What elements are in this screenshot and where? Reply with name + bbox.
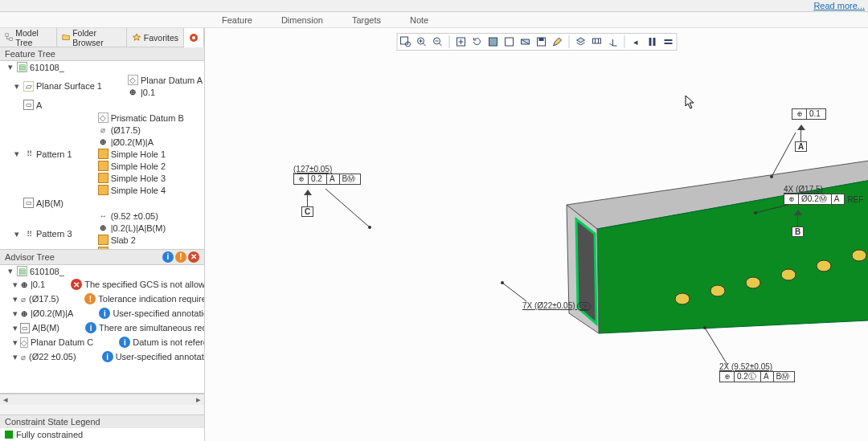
wire-icon[interactable] — [502, 35, 515, 48]
tree-item[interactable]: ▾⌀(Ø17.5)!Tolerance indication required … — [13, 292, 204, 306]
scroll-left-icon[interactable]: ◂ — [0, 394, 11, 405]
tree-item[interactable]: iUser-specified annotation properties ig… — [88, 307, 204, 320]
tab-dimension[interactable]: Dimension — [276, 14, 328, 27]
tab-folder-browser[interactable]: Folder Browser — [57, 28, 127, 47]
tab-targets[interactable]: Targets — [347, 14, 386, 27]
tree-root[interactable]: ▾ ▤ 610108_ — [6, 265, 204, 277]
datum-triangle-icon — [794, 210, 802, 215]
tree-item[interactable]: ✕The specified GCS is not allowed — [60, 278, 204, 291]
edit-icon[interactable] — [551, 35, 563, 48]
expand-icon[interactable]: ▾ — [6, 266, 14, 276]
datum-icon: ◇ — [98, 112, 108, 123]
dim-icon: ⌀ — [20, 294, 27, 304]
expand-icon[interactable]: ▾ — [13, 337, 18, 348]
feature-tree[interactable]: ▾ ▤ 610108_ ▾▱Planar Surface 1◇Planar Da… — [0, 61, 204, 250]
tree-item[interactable]: iUser-specified annotation properties ig… — [92, 350, 204, 363]
tree-item[interactable]: ▾◇Planar Datum CiDatum is not referenced — [13, 335, 204, 349]
refit-icon[interactable] — [454, 35, 467, 48]
tree-item[interactable]: ▾⠿Pattern 1◇Prismatic Datum B⌀(Ø17.5)⊕|Ø… — [13, 111, 204, 197]
tab-favorites[interactable]: Favorites — [127, 28, 184, 47]
tree-item-label: Tolerance indication required for refere… — [98, 294, 204, 304]
advisor-tree[interactable]: ▾ ▤ 610108_ ▾⊕|0.1✕The specified GCS is … — [0, 265, 204, 394]
expand-icon[interactable]: ▾ — [13, 294, 18, 304]
tree-item[interactable]: Simple Hole 4 — [88, 184, 184, 196]
tree-item[interactable]: Slab 2 — [88, 234, 166, 246]
tree-item[interactable]: Simple Hole 3 — [88, 172, 184, 184]
advisor-error-icon[interactable]: ✕ — [188, 251, 199, 263]
datum-icon: ◇ — [128, 75, 138, 85]
tree-item[interactable]: ◇Prismatic Datum B — [88, 112, 184, 124]
tree-item[interactable]: ◇Planar Datum A — [117, 74, 203, 86]
tab-gdt[interactable] — [184, 28, 204, 47]
tree-root[interactable]: ▾ ▤ 610108_ — [6, 61, 204, 73]
tree-item-label: The specified GCS is not allowed — [84, 280, 204, 289]
err-icon: ✕ — [71, 279, 82, 290]
tree-item-label: Simple Hole 2 — [111, 161, 166, 171]
callout-4x[interactable]: 4X (Ø17.5) ⊕ Ø0.2Ⓜ A REF B — [784, 185, 863, 237]
zoom-in-icon[interactable] — [415, 35, 428, 48]
tree-item[interactable]: ⌀(Ø17.5) — [88, 124, 184, 136]
hscrollbar[interactable]: ◂ ▸ — [0, 394, 204, 405]
expand-icon[interactable]: ▾ — [13, 149, 21, 159]
gtol-icon: ⊕ — [128, 87, 138, 97]
expand-icon[interactable]: ▾ — [13, 280, 18, 290]
section-icon[interactable] — [518, 35, 531, 48]
tree-item-label: Planar Surface 1 — [36, 81, 102, 91]
callout-7x[interactable]: 7X (Ø22±0.05) CF — [522, 301, 591, 310]
expand-icon[interactable]: ▾ — [13, 352, 18, 362]
read-more-link[interactable]: Read more... — [813, 1, 865, 10]
tree-item[interactable]: ↔(9.52 ±0.05) — [88, 210, 166, 222]
expand-icon[interactable]: ▾ — [13, 229, 21, 239]
tree-item[interactable]: ⊕|Ø0.2(M)|A — [88, 136, 184, 148]
svg-point-26 — [746, 277, 760, 288]
expand-icon[interactable]: ▾ — [13, 81, 21, 92]
tree-item[interactable]: !Tolerance indication required for refer… — [74, 292, 204, 305]
tree-item[interactable]: ▾⌀(Ø22 ±0.05)iUser-specified annotation … — [13, 349, 204, 364]
advisor-warn-icon[interactable]: ! — [175, 251, 186, 263]
callout-2x[interactable]: 2X (9.52±0.05) ⊕ 0.2Ⓛ A BⓂ — [719, 362, 795, 382]
tab-model-tree[interactable]: Model Tree — [0, 28, 57, 47]
gdt-icon — [189, 33, 199, 43]
expand-icon[interactable]: ▾ — [6, 62, 14, 72]
callout-a[interactable]: ⊕0.1 A — [792, 108, 826, 152]
expand-icon[interactable]: ▾ — [13, 308, 18, 319]
tree-item[interactable]: ▭A — [13, 99, 204, 111]
viewport-3d[interactable]: ◂ — [205, 28, 868, 441]
back-icon[interactable]: ◂ — [629, 35, 642, 48]
tree-item[interactable]: Simple Hole 1 — [88, 148, 184, 160]
scroll-right-icon[interactable]: ▸ — [193, 394, 204, 405]
tab-feature[interactable]: Feature — [217, 14, 257, 27]
tree-item[interactable]: ▾⊕|Ø0.2(M)|AiUser-specified annotation p… — [13, 306, 204, 321]
more-icon[interactable] — [661, 35, 674, 48]
surf-icon: ▱ — [23, 81, 34, 92]
tab-note[interactable]: Note — [405, 14, 433, 27]
save-view-icon[interactable] — [534, 35, 547, 48]
callout-c[interactable]: (127±0.05) ⊕ 0.2 A BⓂ C — [293, 165, 361, 217]
tree-item[interactable]: iDatum is not referenced — [108, 336, 204, 349]
tree-item[interactable]: ⊕|0.2(L)|A|B(M) — [88, 222, 166, 234]
svg-rect-1 — [10, 37, 12, 39]
tree-item[interactable]: ⊕|0.1 — [117, 86, 203, 98]
tree-item[interactable]: ▾⠿Pattern 3↔(9.52 ±0.05)⊕|0.2(L)|A|B(M)S… — [13, 209, 204, 250]
tree-icon — [5, 33, 13, 43]
tree-item-label: Simple Hole 4 — [111, 186, 166, 195]
tree-item[interactable]: Simple Hole 2 — [88, 160, 184, 172]
spin-icon[interactable] — [470, 35, 483, 48]
secondary-tabs: Feature Dimension Targets Note — [0, 12, 868, 28]
axes-icon[interactable] — [606, 35, 619, 48]
pause-icon[interactable] — [645, 35, 658, 48]
tab-favorites-label: Favorites — [144, 33, 178, 43]
tree-item[interactable]: ▾▱Planar Surface 1◇Planar Datum A⊕|0.1 — [13, 73, 204, 99]
tree-item[interactable]: ▭A|B(M) — [13, 197, 204, 209]
layer-icon[interactable] — [574, 35, 587, 48]
expand-icon[interactable]: ▾ — [13, 323, 18, 333]
shade-icon[interactable] — [486, 35, 499, 48]
tree-item[interactable]: ▾⊕|0.1✕The specified GCS is not allowed — [13, 277, 204, 292]
advisor-info-icon[interactable]: i — [162, 251, 174, 263]
boxA-icon: ▭ — [23, 100, 34, 110]
tree-item[interactable]: ▾▭A|B(M)iThere are simultaneous requirem… — [13, 321, 204, 335]
annotation-icon[interactable] — [590, 35, 603, 48]
zoom-window-icon[interactable] — [399, 35, 411, 48]
zoom-out-icon[interactable] — [431, 35, 444, 48]
tree-item[interactable]: iThere are simultaneous requirements — [75, 321, 204, 334]
